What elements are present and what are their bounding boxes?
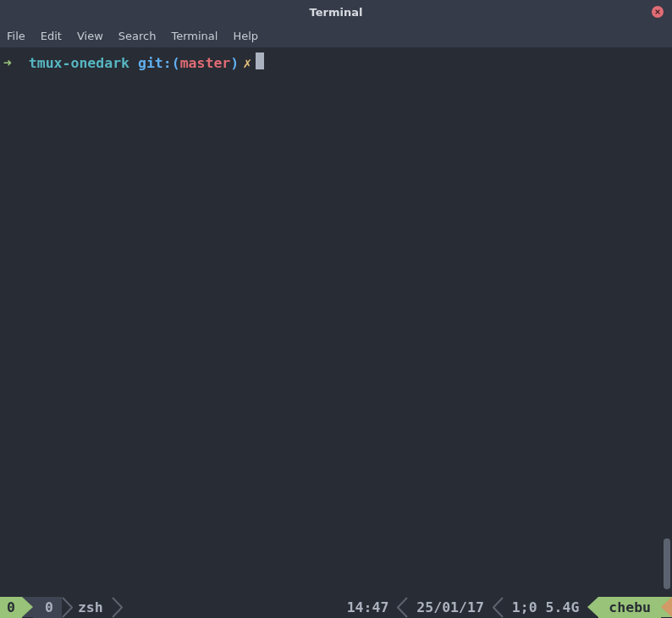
powerline-arrow-left-thin-icon [493,597,504,618]
prompt-dirty-icon: ✗ [243,54,251,73]
tmux-window-name: zsh [78,597,103,618]
tmux-statusbar: 0 0 zsh 14:47 25/0 [0,597,672,618]
prompt-git-branch: master [180,54,231,73]
menu-edit[interactable]: Edit [41,30,62,42]
menu-help[interactable]: Help [233,30,258,42]
powerline-arrow-left-icon [661,597,672,617]
menu-file[interactable]: File [7,30,25,42]
scrollbar-track[interactable] [662,47,672,597]
tmux-load-segment: 1;0 5.4G [504,597,587,618]
terminal-window: Terminal File Edit View Search Terminal … [0,0,672,618]
menu-terminal[interactable]: Terminal [171,30,218,42]
tmux-time: 14:47 [347,597,389,618]
prompt-paren-open: ( [172,54,180,73]
titlebar[interactable]: Terminal [0,0,672,24]
prompt-arrow-icon: ➜ [3,54,12,73]
tmux-session-segment[interactable]: 0 [0,597,22,618]
tmux-time-segment: 14:47 [339,597,398,618]
scrollbar-thumb[interactable] [664,538,670,589]
prompt-git-label: git: [138,54,172,73]
tmux-window-index: 0 [45,597,53,618]
terminal-viewport[interactable]: ➜ tmux-onedark git: ( master ) ✗ [0,47,672,618]
close-icon [654,8,661,15]
text-cursor [256,52,264,69]
tmux-status-right: 14:47 25/01/17 1;0 5.4G chebu [339,597,672,618]
menubar: File Edit View Search Terminal Help [0,24,672,47]
menu-search[interactable]: Search [118,30,157,42]
tmux-load: 1;0 5.4G [512,597,579,618]
prompt-line: ➜ tmux-onedark git: ( master ) ✗ [3,51,667,73]
tmux-window-name-segment[interactable]: zsh [73,597,112,618]
powerline-arrow-right-icon [22,597,33,617]
tmux-session-index: 0 [7,597,15,618]
powerline-arrow-right-thin-icon [112,597,123,618]
tmux-date: 25/01/17 [416,597,483,618]
menu-view[interactable]: View [77,30,103,42]
tmux-date-segment: 25/01/17 [408,597,492,618]
tmux-window-index-segment[interactable]: 0 [33,597,62,618]
tmux-host-segment: chebu [598,597,661,618]
powerline-arrow-left-icon [587,597,598,617]
tmux-status-left: 0 0 zsh [0,597,123,618]
window-close-button[interactable] [652,6,664,18]
prompt-paren-close: ) [230,54,239,73]
powerline-arrow-right-thin-icon [62,597,73,618]
prompt-cwd: tmux-onedark [29,54,129,73]
window-title: Terminal [310,6,363,19]
powerline-arrow-left-thin-icon [397,597,408,618]
tmux-host: chebu [609,597,651,618]
